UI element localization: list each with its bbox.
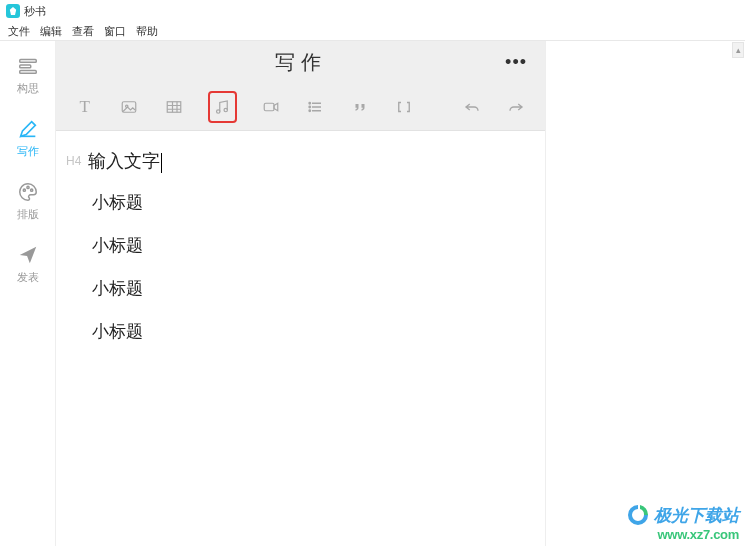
quote-icon bbox=[351, 98, 369, 116]
content-subline[interactable]: 小标题 bbox=[92, 320, 535, 343]
content-first-text[interactable]: 输入文字 bbox=[88, 149, 162, 173]
sidebar-item-publish[interactable]: 发表 bbox=[17, 244, 39, 285]
palette-icon bbox=[17, 181, 39, 203]
list-icon bbox=[306, 98, 324, 116]
toolbar-text-button[interactable]: T bbox=[74, 94, 96, 120]
editor-header: 写作 ••• bbox=[56, 41, 545, 83]
svg-rect-2 bbox=[19, 71, 36, 74]
menu-view[interactable]: 查看 bbox=[72, 24, 94, 39]
content-line-h4[interactable]: H4 输入文字 bbox=[66, 149, 535, 173]
menu-file[interactable]: 文件 bbox=[8, 24, 30, 39]
sidebar-item-layout[interactable]: 排版 bbox=[17, 181, 39, 222]
editor-toolbar: T bbox=[56, 83, 545, 131]
editor-content[interactable]: H4 输入文字 小标题 小标题 小标题 小标题 bbox=[56, 131, 545, 381]
toolbar-undo-button[interactable] bbox=[461, 94, 483, 120]
music-icon bbox=[213, 98, 231, 116]
sidebar-item-label: 写作 bbox=[17, 144, 39, 159]
redo-icon bbox=[507, 98, 525, 116]
menu-edit[interactable]: 编辑 bbox=[40, 24, 62, 39]
image-icon bbox=[120, 98, 138, 116]
toolbar-music-button[interactable] bbox=[208, 91, 238, 123]
menu-help[interactable]: 帮助 bbox=[136, 24, 158, 39]
editor-title: 写作 bbox=[275, 49, 327, 76]
svg-point-10 bbox=[224, 108, 227, 111]
sidebar-item-label: 发表 bbox=[17, 270, 39, 285]
toolbar-redo-button[interactable] bbox=[506, 94, 528, 120]
undo-icon bbox=[463, 98, 481, 116]
toolbar-video-button[interactable] bbox=[260, 94, 282, 120]
main-area: 写作 ••• T bbox=[56, 41, 745, 546]
svg-point-14 bbox=[309, 110, 311, 112]
app-name: 秒书 bbox=[24, 4, 46, 19]
outline-icon bbox=[17, 55, 39, 77]
content-subline[interactable]: 小标题 bbox=[92, 191, 535, 214]
svg-point-13 bbox=[309, 106, 311, 108]
svg-rect-11 bbox=[264, 103, 274, 111]
toolbar-quote-button[interactable] bbox=[349, 94, 371, 120]
watermark-title: 极光下载站 bbox=[654, 504, 739, 527]
title-bar: 秒书 bbox=[0, 0, 745, 22]
toolbar-list-button[interactable] bbox=[305, 94, 327, 120]
toolbar-table-button[interactable] bbox=[163, 94, 185, 120]
table-icon bbox=[165, 98, 183, 116]
svg-point-4 bbox=[26, 186, 28, 188]
app-body: 构思 写作 排版 发表 写作 ••• T bbox=[0, 40, 745, 546]
sidebar-item-idea[interactable]: 构思 bbox=[17, 55, 39, 96]
sidebar-item-label: 构思 bbox=[17, 81, 39, 96]
sidebar: 构思 写作 排版 发表 bbox=[0, 41, 56, 546]
right-pane: ▴ 极光下载站 www.xz7.com bbox=[546, 41, 745, 546]
svg-point-12 bbox=[309, 102, 311, 104]
menu-bar: 文件 编辑 查看 窗口 帮助 bbox=[0, 22, 745, 40]
sidebar-item-write[interactable]: 写作 bbox=[17, 118, 39, 159]
toolbar-image-button[interactable] bbox=[119, 94, 141, 120]
watermark: 极光下载站 www.xz7.com bbox=[626, 503, 739, 542]
bracket-icon bbox=[395, 98, 413, 116]
pencil-icon bbox=[17, 118, 39, 140]
send-icon bbox=[17, 244, 39, 266]
sidebar-item-label: 排版 bbox=[17, 207, 39, 222]
video-icon bbox=[262, 98, 280, 116]
toolbar-bracket-button[interactable] bbox=[394, 94, 416, 120]
h4-badge: H4 bbox=[66, 154, 82, 168]
svg-point-5 bbox=[30, 189, 32, 191]
watermark-logo-icon bbox=[626, 503, 650, 527]
watermark-url: www.xz7.com bbox=[626, 527, 739, 542]
svg-rect-0 bbox=[19, 60, 36, 63]
content-subline[interactable]: 小标题 bbox=[92, 277, 535, 300]
text-cursor bbox=[161, 153, 162, 173]
scroll-up-icon[interactable]: ▴ bbox=[732, 42, 744, 58]
app-logo-icon bbox=[6, 4, 20, 18]
svg-point-3 bbox=[23, 189, 25, 191]
content-subline[interactable]: 小标题 bbox=[92, 234, 535, 257]
more-button[interactable]: ••• bbox=[505, 52, 527, 73]
svg-rect-1 bbox=[19, 65, 30, 68]
svg-point-9 bbox=[217, 109, 220, 112]
editor-pane: 写作 ••• T bbox=[56, 41, 546, 546]
svg-rect-8 bbox=[167, 101, 181, 112]
menu-window[interactable]: 窗口 bbox=[104, 24, 126, 39]
